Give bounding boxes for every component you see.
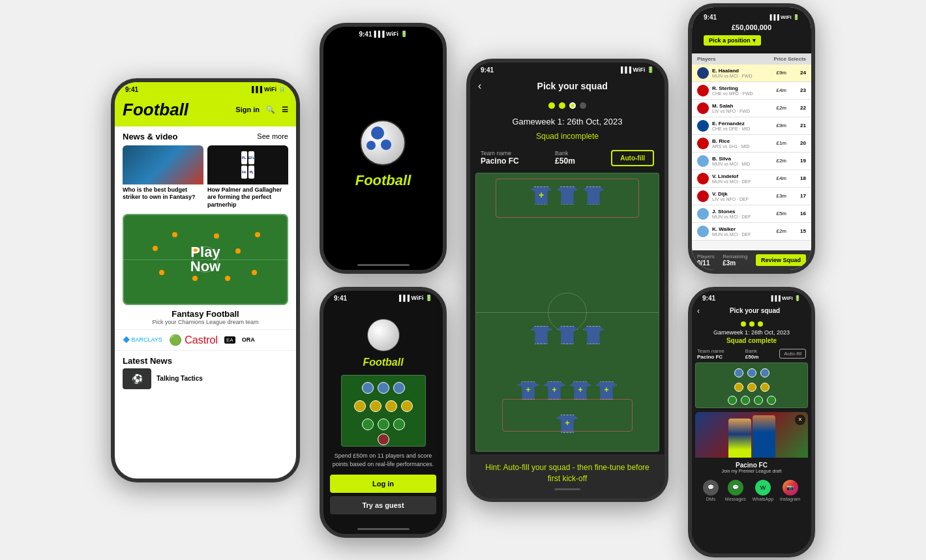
player-club-walker: MUN vs MCI · DEF <box>712 232 767 237</box>
back-button-6[interactable]: ‹ <box>697 306 700 316</box>
hint-bar: Hint: Auto-fill your squad - then fine-t… <box>470 454 665 498</box>
player-row-rice[interactable]: B. Rice ARS vs SH1 · MID £1m 20 <box>692 135 811 153</box>
status-icons-1: ▐▐▐WiFi🔋 <box>250 86 286 93</box>
status-icons-4: ▐▐▐ WiFi 🔋 <box>619 66 654 73</box>
login-button[interactable]: Log in <box>330 475 436 493</box>
player-price-haaland: £9m <box>767 70 786 76</box>
player-row-haaland[interactable]: E. Haaland MUN vs MCI · FWD £9m 24 <box>692 65 811 82</box>
status-time-5: 9:41 <box>704 14 717 21</box>
close-share-button[interactable]: × <box>795 415 805 425</box>
pacino-fc-title: Pacino FC <box>699 462 804 469</box>
news-card-1[interactable]: Who is the best budget striker to own in… <box>123 145 203 211</box>
player-sel-stones: 16 <box>786 211 806 216</box>
col-player: Players <box>697 56 767 62</box>
status-time-4: 9:41 <box>481 66 494 74</box>
share-messages[interactable]: 💬 Messages <box>725 480 746 501</box>
fwd-jersey-2[interactable]: FWD <box>557 186 578 216</box>
player-name-haaland: E. Haaland <box>712 68 767 74</box>
p6-dot-2 <box>749 321 754 327</box>
player-row-walker[interactable]: K. Walker MUN vs MCI · DEF £2m 15 <box>692 223 811 241</box>
autofill-button[interactable]: Auto-fill <box>611 150 654 166</box>
see-more-link[interactable]: See more <box>257 132 288 140</box>
phone4-header-title: Pick your squad <box>488 81 657 91</box>
search-icon[interactable]: 🔍 <box>266 106 275 114</box>
review-squad-button[interactable]: Review Squad <box>756 254 806 266</box>
p6-gameweek: Gameweek 1: 26th Oct, 2023 <box>692 329 811 336</box>
player-avatar-haaland <box>697 67 709 79</box>
latest-news-title: Latest News <box>123 356 288 366</box>
player-name-fernandez: E. Fernandez <box>712 121 767 126</box>
player-name-lindelof: V. Lindelof <box>712 173 767 179</box>
share-instagram[interactable]: 📷 Instagram <box>780 480 800 501</box>
phone-1-football-news: 9:41 ▐▐▐WiFi🔋 Football Sign in 🔍 ☰ News … <box>111 78 300 482</box>
share-whatsapp[interactable]: W WhatsApp <box>753 480 773 501</box>
ea-logo: EA <box>224 336 235 344</box>
bank-label: Bank <box>555 150 575 156</box>
team-name-label: Team name <box>481 150 519 156</box>
p6-squad-status: Squad complete <box>692 336 811 346</box>
mid-jersey-1[interactable]: MID <box>531 326 552 356</box>
player-club-salah: LIV vs NFO · FWD <box>712 109 767 113</box>
news-item-text: Talking Tactics <box>157 375 203 382</box>
player-list: E. Haaland MUN vs MCI · FWD £9m 24 R. St… <box>692 65 811 250</box>
phone3-pitch-preview <box>341 375 426 447</box>
status-time-6: 9:41 <box>702 295 715 302</box>
remaining-label: Remaining <box>723 254 747 259</box>
phone3-ball <box>367 319 400 351</box>
guest-button[interactable]: Try as guest <box>330 496 436 514</box>
player-row-sterling[interactable]: R. Sterling CHE vs MFD · FWD £4m 23 <box>692 82 811 100</box>
player-row-salah[interactable]: M. Salah LIV vs NFO · FWD £2m 22 <box>692 100 811 117</box>
player-row-stones[interactable]: J. Stones MUN vs MCI · DEF £5m 16 <box>692 205 811 223</box>
mid-jersey-3[interactable]: MID <box>583 326 604 356</box>
player-club-lindelof: MUN vs MCI · DEF <box>712 179 767 184</box>
player-price-vdk: £3m <box>767 193 786 199</box>
fwd-jersey-1[interactable]: + FWD Pick your first player <box>531 186 552 216</box>
phone-2-splash: 9:41 ▐▐▐ WiFi 🔋 Football <box>320 23 447 274</box>
player-price-stones: £5m <box>767 211 786 216</box>
status-icons-2: ▐▐▐ WiFi 🔋 <box>372 31 407 37</box>
play-now-text[interactable]: PlayNow <box>190 245 220 274</box>
phone3-title: Football <box>363 357 403 368</box>
chevron-down-icon: ▾ <box>753 37 756 44</box>
logo-efl: EFL <box>248 151 254 164</box>
position-filter[interactable]: Pick a position ▾ <box>704 35 761 46</box>
player-name-sterling: R. Sterling <box>712 85 767 91</box>
player-row-silva[interactable]: B. Silva MUN vs MCI · MID £2m 19 <box>692 153 811 170</box>
player-sel-salah: 22 <box>786 105 806 111</box>
player-row-vdk[interactable]: V. Dijk LIV vs NFO · DEF £3m 17 <box>692 188 811 205</box>
p6-bank-value: £50m <box>745 354 758 360</box>
player-row-lindelof[interactable]: V. Lindelof MUN vs MCI · DEF £4m 18 <box>692 170 811 188</box>
player-club-sterling: CHE vs MFD · FWD <box>712 91 767 96</box>
bank-value: £50m <box>555 156 575 166</box>
progress-dot-1 <box>548 102 555 109</box>
share-dms[interactable]: 💬 DMs <box>703 480 719 501</box>
sponsors-bar: 🔷 BARCLAYS 🟢 Castrol EA ORA <box>115 329 296 351</box>
remaining-value: £3m <box>723 259 747 267</box>
phone-6-squad-complete: 9:41 ▐▐▐ WiFi 🔋 ‹ Pick your squad Gamewe… <box>688 287 815 557</box>
back-button-4[interactable]: ‹ <box>478 80 481 92</box>
player-price-sterling: £4m <box>767 87 786 93</box>
p6-autofill-button[interactable]: Auto-fill <box>779 349 806 359</box>
player-name-stones: J. Stones <box>712 209 767 214</box>
player-sel-rice: 20 <box>786 140 806 146</box>
player-sel-vdk: 17 <box>786 193 806 199</box>
player-sel-lindelof: 18 <box>786 175 806 181</box>
join-text: Join my Premier League draft <box>699 469 804 473</box>
logo-fa: FA <box>241 166 247 179</box>
p6-dot-1 <box>741 321 746 327</box>
phone3-description: Spend £50m on 11 players and score point… <box>330 452 436 468</box>
player-row-fernandez[interactable]: E. Fernandez CHE vs DFE · MID £9m 21 <box>692 117 811 135</box>
sign-in-button[interactable]: Sign in <box>235 106 260 113</box>
menu-icon[interactable]: ☰ <box>282 106 288 114</box>
player-avatar-salah <box>697 102 709 114</box>
latest-news-item[interactable]: ⚽ Talking Tactics <box>123 368 288 389</box>
news-card-2[interactable]: PL EFL FA PL How Palmer and Gallagher ar… <box>207 145 288 211</box>
player-price-walker: £2m <box>767 228 786 234</box>
mid-jersey-2[interactable]: MID <box>557 326 578 356</box>
fwd-jersey-3[interactable]: FWD <box>583 186 604 216</box>
news-thumb: ⚽ <box>123 368 151 389</box>
pitch-play-now[interactable]: PlayNow <box>123 214 288 305</box>
player-price-silva: £2m <box>767 158 786 164</box>
news-section-title: News & video <box>123 132 178 141</box>
football-ball-icon <box>360 120 406 166</box>
